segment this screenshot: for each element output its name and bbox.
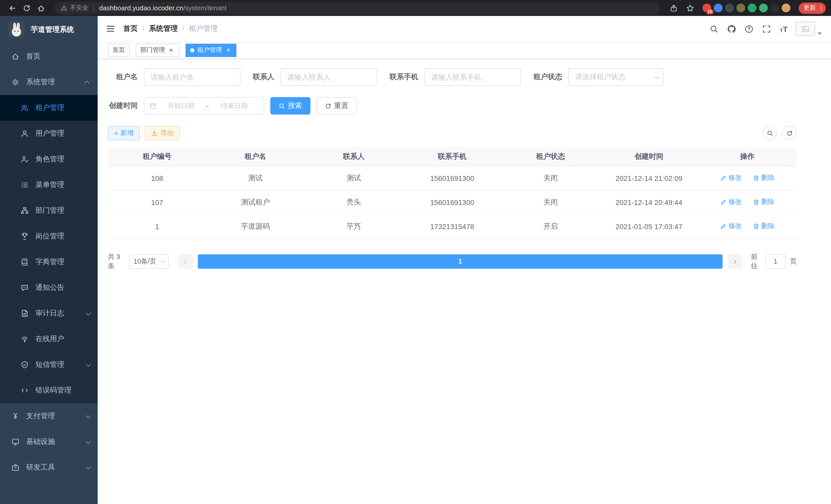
prev-page-button[interactable] (178, 254, 193, 268)
page-number-button[interactable]: 1 (198, 254, 722, 268)
phone-input[interactable] (425, 68, 521, 86)
sidebar-item[interactable]: 租户管理 (0, 95, 98, 121)
sidebar-item[interactable]: 首页 (0, 44, 98, 69)
search-button[interactable]: 搜索 (270, 97, 310, 115)
menu-item-label: 研发工具 (26, 463, 86, 472)
sidebar-item[interactable]: 在线用户 (0, 326, 98, 352)
toggle-search-button[interactable] (763, 126, 777, 140)
browser-home-button[interactable] (34, 1, 48, 14)
breadcrumb-item[interactable]: 系统管理 (149, 24, 189, 33)
browser-refresh-button[interactable] (20, 1, 34, 14)
extension-icon[interactable] (725, 4, 734, 12)
sidebar-item[interactable]: 基础设施 (0, 429, 98, 455)
chrome-update-button[interactable]: 更新 (798, 2, 826, 13)
goto-label: 前往 (751, 252, 761, 270)
sidebar-item[interactable]: 部门管理 (0, 198, 98, 224)
column-header: 创建时间 (600, 147, 698, 166)
cell-operations: 修改 删除 (698, 214, 797, 238)
sidebar-item[interactable]: 研发工具 (0, 455, 98, 480)
extension-icon[interactable] (781, 4, 790, 12)
sidebar-item[interactable]: 短信管理 (0, 352, 98, 378)
calendar-icon (149, 102, 157, 110)
breadcrumb-item[interactable]: 租户管理 (189, 24, 218, 33)
delete-button[interactable]: 删除 (753, 198, 774, 207)
sidebar-item[interactable]: 审计日志 (0, 301, 98, 326)
menu-item-label: 系统管理 (26, 78, 86, 87)
address-bar[interactable]: 不安全 dashboard.yudao.iocoder.cn/system/te… (55, 2, 660, 14)
menu-item-label: 部门管理 (35, 206, 89, 215)
sidebar-item[interactable]: 支付管理 (0, 403, 98, 429)
view-tab[interactable]: 首页 (108, 43, 130, 57)
help-icon[interactable] (740, 16, 757, 41)
trash-icon (753, 175, 760, 181)
chevron-icon (86, 439, 91, 444)
menu-item-label: 通知公告 (35, 283, 89, 292)
view-tab[interactable]: 部门管理 (136, 43, 179, 57)
extension-icon[interactable] (747, 4, 756, 12)
sidebar-item[interactable]: 菜单管理 (0, 172, 98, 198)
chevron-icon (86, 413, 91, 418)
delete-button[interactable]: 删除 (753, 173, 774, 183)
filter-form-row-1: 租户名 联系人 联系手机 租户状态 (108, 68, 797, 86)
menu-item-label: 首页 (26, 52, 89, 61)
close-icon[interactable] (168, 47, 175, 54)
download-icon (151, 130, 158, 137)
column-header: 联系手机 (403, 147, 502, 166)
cell-created: 2021-12-14 21:02:09 (600, 166, 698, 190)
security-chip[interactable]: 不安全 (61, 4, 88, 12)
sidebar-item[interactable]: 角色管理 (0, 146, 98, 172)
cell-operations: 修改 删除 (698, 190, 797, 214)
edit-button[interactable]: 修改 (720, 222, 742, 231)
refresh-table-button[interactable] (782, 126, 797, 140)
delete-button[interactable]: 删除 (753, 222, 774, 231)
github-icon[interactable] (722, 16, 740, 41)
menu-item-label: 菜单管理 (35, 180, 89, 189)
share-icon[interactable] (666, 1, 681, 14)
breadcrumb-item[interactable]: 首页 (123, 24, 149, 33)
close-icon[interactable] (225, 47, 232, 54)
export-button[interactable]: 导出 (145, 126, 180, 140)
date-separator: - (206, 102, 210, 110)
sidebar-item[interactable]: 错误码管理 (0, 378, 98, 403)
extension-icon[interactable] (736, 4, 745, 12)
menu-item-label: 用户管理 (35, 129, 89, 138)
sidebar-item[interactable]: 字典管理 (0, 249, 98, 275)
sidebar-item[interactable]: 岗位管理 (0, 224, 98, 249)
edit-button[interactable]: 修改 (720, 173, 742, 183)
page-url: dashboard.yudao.iocoder.cn/system/tenant (99, 4, 227, 12)
font-size-icon[interactable]: TT (775, 16, 793, 41)
app-logo[interactable]: 芋道管理系统 (0, 16, 98, 44)
add-button[interactable]: + 新增 (108, 126, 140, 140)
column-header: 租户名 (206, 147, 305, 166)
date-range-picker[interactable]: 开始日期 - 结束日期 (144, 97, 264, 115)
kebab-menu-icon[interactable] (820, 4, 823, 12)
extension-icon[interactable] (770, 4, 779, 12)
cell-operations: 修改 删除 (698, 166, 797, 190)
fullscreen-icon[interactable] (757, 16, 775, 41)
sidebar-item[interactable]: 用户管理 (0, 121, 98, 146)
extension-icon[interactable] (759, 4, 768, 12)
search-icon[interactable] (705, 16, 722, 41)
cell-phone: 17321315478 (403, 214, 502, 238)
status-select[interactable]: 请选择租户状态 (568, 68, 663, 86)
tenant-name-input[interactable] (144, 68, 240, 86)
page-size-select[interactable]: 10条/页 (129, 254, 168, 268)
next-page-button[interactable] (728, 254, 742, 268)
contact-input[interactable] (281, 68, 377, 86)
date-start-placeholder: 开始日期 (157, 101, 206, 111)
extension-icon[interactable] (714, 4, 722, 12)
sidebar-item[interactable]: 系统管理 (0, 69, 98, 95)
edit-button[interactable]: 修改 (720, 198, 742, 207)
browser-back-button[interactable] (5, 1, 20, 14)
goto-page-input[interactable] (765, 254, 786, 268)
user-avatar[interactable] (796, 22, 822, 36)
sidebar-collapse-icon[interactable] (98, 16, 123, 41)
view-tab[interactable]: 租户管理 (185, 43, 236, 57)
extension-icon[interactable]: 10 (702, 4, 711, 12)
reset-button[interactable]: 重置 (317, 97, 357, 115)
menu-item-icon (21, 309, 29, 318)
contact-label: 联系人 (253, 72, 275, 82)
trash-icon (753, 199, 760, 206)
sidebar-item[interactable]: 通知公告 (0, 275, 98, 301)
bookmark-star-icon[interactable] (683, 1, 697, 14)
